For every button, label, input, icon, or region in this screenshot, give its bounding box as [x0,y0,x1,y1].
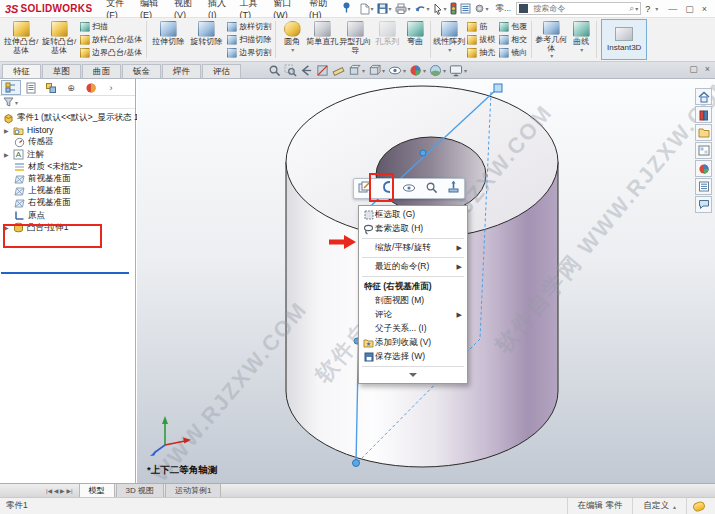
apply-scene-icon[interactable]: ▾ [429,64,446,77]
tab-sketch[interactable]: 草图 [42,64,81,78]
featuremanager-tree-tab[interactable] [1,80,21,95]
plane-midpoint-handle[interactable] [420,150,426,156]
instant3d-button[interactable]: Instant3D [601,19,647,60]
menu-view[interactable]: 视图(V) [168,1,202,17]
extrude-cut-button[interactable]: 拉伸切除 [149,19,187,60]
zoom-area-icon[interactable] [284,64,297,77]
simple-hole-button[interactable]: 简单直孔 [306,19,338,60]
status-tag-icon[interactable] [686,498,715,514]
menu-item-section-view[interactable]: 剖面视图 (M) [359,294,467,308]
search-input[interactable] [531,3,629,14]
minimize-button[interactable]: — [668,4,677,14]
expand-arrow-icon[interactable]: ▶ [4,127,13,134]
intersect-button[interactable]: 相交 [499,34,527,46]
menu-expand-chevron[interactable] [359,369,467,381]
menu-item-parent-child[interactable]: 父子关系... (I) [359,322,467,336]
document-restore-button[interactable]: ▢ [689,64,698,74]
menu-item-box-select[interactable]: 框选取 (G) [359,208,467,222]
hole-wizard-button[interactable]: 异型孔向导 [338,19,372,60]
file-explorer-icon[interactable] [695,124,712,141]
view-settings-icon[interactable]: ▾ [449,64,467,77]
menu-edit[interactable]: 编辑(E) [134,1,168,17]
menu-window[interactable]: 窗口(W) [267,1,303,17]
sweep-button[interactable]: 扫描 [80,21,142,33]
sweep-cut-button[interactable]: 扫描切除 [227,34,271,46]
tab-weldments[interactable]: 焊件 [162,64,201,78]
menu-help[interactable]: 帮助(H) [303,1,337,17]
edit-appearance-icon[interactable]: ▾ [409,64,426,77]
undo-icon[interactable]: ▾ [413,2,431,16]
tree-item-front-plane[interactable]: 前视基准面 [0,173,135,185]
appearances-icon[interactable] [695,160,712,177]
hide-icon[interactable] [402,180,416,198]
measure-icon[interactable] [332,64,345,77]
tab-sheet-metal[interactable]: 钣金 [122,64,161,78]
shell-button[interactable]: 抽壳 [467,47,495,59]
tree-item-annotations[interactable]: ▶ A 注解 [0,149,135,161]
bottom-tab-motion-study[interactable]: 运动算例1 [165,484,221,497]
zoom-to-selection-icon[interactable] [425,180,438,198]
hide-show-items-icon[interactable]: ▾ [388,64,406,77]
menu-item-recent-commands[interactable]: 最近的命令(R) ▶ [359,260,467,274]
rebuild-traffic-light-icon[interactable] [449,2,458,16]
mirror-button[interactable]: 镜向 [499,47,527,59]
menu-file[interactable]: 文件(F) [100,1,134,17]
tree-item-right-plane[interactable]: 右视基准面 [0,197,135,209]
tree-item-history[interactable]: ▶ History [0,124,135,136]
menu-insert[interactable]: 插入(I) [202,1,233,17]
tab-evaluate[interactable]: 评估 [202,64,241,78]
restore-button[interactable]: ▢ [685,4,694,14]
previous-view-icon[interactable] [300,64,313,77]
new-document-icon[interactable]: ▾ [359,2,375,16]
view-palette-icon[interactable] [695,142,712,159]
revolve-boss-button[interactable]: 旋转凸台/基体 [40,19,78,60]
section-icon[interactable] [447,180,460,198]
plane-corner-handle[interactable] [353,460,360,467]
rollback-bar[interactable] [1,272,129,274]
section-view-icon[interactable] [316,64,329,77]
file-properties-icon[interactable] [459,2,472,16]
menu-item-comment[interactable]: 评论 ▶ [359,308,467,322]
tree-item-part-root[interactable]: 零件1 (默认<<默认>_显示状态 1>) [0,112,135,124]
loft-button[interactable]: 放样凸台/基体 [80,34,142,46]
linear-pattern-button[interactable]: 线性阵列▾ [433,19,465,60]
extrude-boss-button[interactable]: 拉伸凸台/基体 [2,19,40,60]
boundary-cut-button[interactable]: 边界切割 [227,47,271,59]
flex-button[interactable]: 弯曲 [402,19,428,60]
pin-menu-icon[interactable] [338,2,355,15]
forum-icon[interactable] [695,196,712,213]
save-icon[interactable]: ▾ [376,2,393,16]
propertymanager-tab[interactable] [21,80,41,95]
print-icon[interactable]: ▾ [394,2,412,16]
draft-button[interactable]: 拔模 [467,34,495,46]
bottom-tab-model[interactable]: 模型 [79,484,115,497]
tab-features[interactable]: 特征 [2,64,41,78]
custom-properties-icon[interactable] [695,178,712,195]
expand-arrow-icon[interactable]: ▶ [4,151,13,158]
menu-item-save-selection[interactable]: 保存选择 (W) [359,350,467,364]
configurationmanager-tab[interactable] [41,80,61,95]
plane-corner-handle[interactable] [494,84,502,92]
tree-item-material[interactable]: 材质 <未指定> [0,161,135,173]
boundary-boss-button[interactable]: 边界凸台/基体 [80,47,142,59]
tree-item-sensors[interactable]: 传感器 [0,136,135,148]
filter-dropdown-icon[interactable]: ▾ [15,99,18,106]
displaymanager-tab[interactable] [81,80,101,95]
menu-item-zoom-pan-rotate[interactable]: 缩放/平移/旋转 ▶ [359,241,467,255]
resources-home-icon[interactable] [695,88,712,105]
wrap-button[interactable]: 包覆 [499,21,527,33]
menu-item-add-to-favorites[interactable]: ★ 添加到收藏 (V) [359,336,467,350]
revolve-cut-button[interactable]: 旋转切除 [187,19,225,60]
filter-funnel-icon[interactable] [3,97,14,107]
options-gear-icon[interactable]: ▾ [473,2,490,16]
tree-item-origin[interactable]: 原点 [0,210,135,222]
loft-cut-button[interactable]: 放样切割 [227,21,271,33]
status-customize[interactable]: 自定义▴ [632,498,686,514]
close-button[interactable]: × [702,4,707,14]
bottom-tab-3d-views[interactable]: 3D 视图 [116,484,164,497]
tab-scroll-buttons[interactable]: |◀ ◀ ▶ ▶| [0,484,79,497]
search-magnifier-icon[interactable]: ⌕ [629,3,634,14]
tree-item-top-plane[interactable]: 上视基准面 [0,185,135,197]
select-cursor-icon[interactable]: ▾ [432,2,448,16]
display-style-icon[interactable]: ▾ [368,64,385,77]
